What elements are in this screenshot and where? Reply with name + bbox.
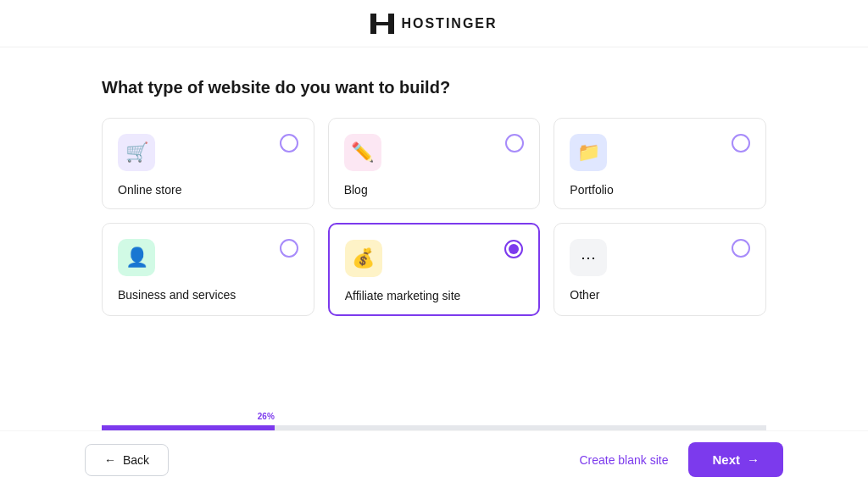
card-blog[interactable]: ✏️ Blog [328,118,541,209]
website-type-grid: 🛒 Online store ✏️ Blog 📁 Portfol [102,118,766,316]
card-icon-box: ⋯ [570,239,607,276]
progress-area: 26% [102,425,766,430]
hostinger-logo-icon [370,14,394,34]
next-label: Next [712,452,740,467]
card-top: 💰 [345,240,524,277]
next-arrow-icon: → [747,452,760,467]
card-other[interactable]: ⋯ Other [554,223,766,316]
card-affiliate-marketing[interactable]: 💰 Affiliate marketing site [328,223,541,316]
card-portfolio[interactable]: 📁 Portfolio [554,118,766,209]
page-question: What type of website do you want to buil… [102,78,766,97]
next-button[interactable]: Next → [688,442,783,477]
card-top: 👤 [118,239,298,276]
main-content: What type of website do you want to buil… [0,47,868,430]
progress-track: 26% [102,425,766,430]
progress-label: 26% [258,412,275,421]
card-label: Portfolio [570,183,750,197]
card-top: ✏️ [344,134,525,171]
logo: HOSTINGER [370,14,497,34]
back-label: Back [123,453,149,467]
back-arrow-icon: ← [104,453,116,467]
card-icon-box: ✏️ [344,134,381,171]
card-icon-box: 💰 [345,240,382,277]
card-top: 📁 [570,134,750,171]
card-icon-box: 👤 [118,239,155,276]
card-label: Affiliate marketing site [345,289,524,302]
card-label: Other [570,288,750,302]
logo-text: HOSTINGER [401,16,497,31]
create-blank-site-button[interactable]: Create blank site [579,453,668,467]
back-button[interactable]: ← Back [85,444,169,476]
card-business-services[interactable]: 👤 Business and services [102,223,314,316]
card-label: Online store [118,183,298,197]
footer: ← Back Create blank site Next → [0,430,868,488]
radio-circle [732,134,750,152]
progress-fill: 26% [102,425,275,430]
radio-inner [509,244,519,254]
radio-circle [280,239,298,258]
radio-circle [504,240,523,258]
header: HOSTINGER [0,0,868,47]
card-label: Blog [344,183,525,197]
radio-circle [732,239,750,258]
footer-right: Create blank site Next → [579,442,783,477]
radio-circle [280,134,298,152]
card-top: ⋯ [570,239,750,276]
card-label: Business and services [118,288,298,302]
card-icon-box: 🛒 [118,134,155,171]
card-icon-box: 📁 [570,134,607,171]
radio-circle [505,134,524,152]
card-top: 🛒 [118,134,298,171]
card-online-store[interactable]: 🛒 Online store [102,118,314,209]
